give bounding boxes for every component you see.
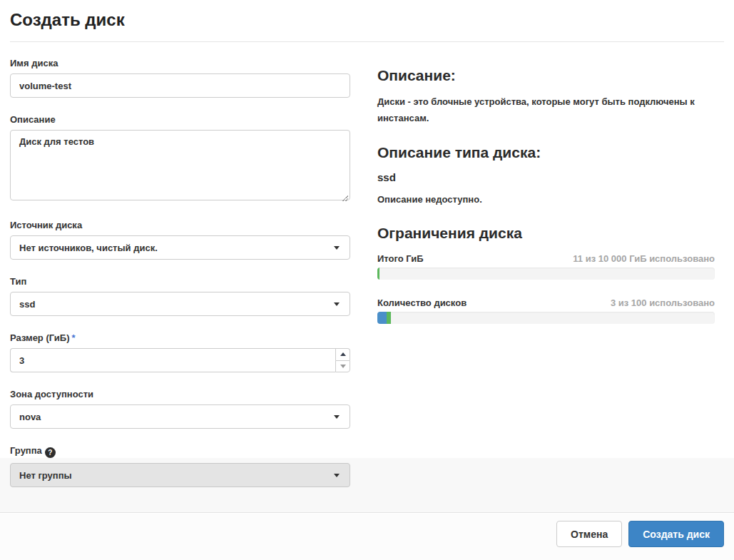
size-spinner	[335, 348, 350, 372]
quota-volumes-progress	[377, 312, 715, 324]
volume-source-select[interactable]: Нет источников, чистый диск.	[10, 235, 350, 260]
chevron-down-icon	[334, 302, 340, 306]
volume-az-label: Зона доступности	[10, 389, 350, 399]
volume-size-group: Размер (ГиБ)*	[10, 332, 350, 372]
chevron-down-icon	[334, 246, 340, 250]
volume-name-label: Имя диска	[10, 58, 350, 68]
volume-group-label: Группа?	[10, 445, 350, 458]
volume-group-value: Нет группы	[19, 470, 72, 481]
quota-gb-progress	[377, 268, 715, 280]
dialog-header: Создать диск	[0, 0, 734, 42]
quota-gb-usage: 11 из 10 000 ГиБ использовано	[573, 253, 715, 264]
help-panel: Описание: Диски - это блочные устройства…	[377, 58, 715, 504]
dialog-title: Создать диск	[10, 10, 724, 30]
quota-gb-added-bar	[377, 268, 379, 280]
help-type-description: Описание недоступно.	[377, 192, 715, 208]
help-description-text: Диски - это блочные устройства, которые …	[377, 94, 715, 127]
quota-gb-label: Итого ГиБ	[377, 253, 424, 264]
arrow-up-icon	[340, 352, 346, 356]
quota-volumes-existing-bar	[377, 312, 387, 324]
spinner-up-button[interactable]	[335, 348, 350, 360]
dialog-footer: Отмена Создать диск	[0, 514, 734, 560]
help-type-heading: Описание типа диска:	[377, 144, 715, 161]
volume-form: Имя диска Описание Диск для тестов Источ…	[10, 58, 350, 504]
submit-button[interactable]: Создать диск	[628, 521, 724, 547]
volume-source-group: Источник диска Нет источников, чистый ди…	[10, 220, 350, 260]
quota-volumes-row: Количество дисков 3 из 100 использовано	[377, 297, 715, 308]
quota-volumes-usage: 3 из 100 использовано	[611, 297, 715, 308]
volume-name-input[interactable]	[10, 73, 350, 98]
volume-type-group: Тип ssd	[10, 276, 350, 316]
quota-gb-row: Итого ГиБ 11 из 10 000 ГиБ использовано	[377, 253, 715, 264]
volume-size-label: Размер (ГиБ)*	[10, 332, 350, 343]
volume-group-group: Группа? Нет группы	[10, 445, 350, 487]
volume-az-group: Зона доступности nova	[10, 389, 350, 429]
volume-description-label: Описание	[10, 114, 350, 125]
volume-az-select[interactable]: nova	[10, 404, 350, 429]
volume-description-textarea[interactable]: Диск для тестов	[10, 130, 350, 200]
volume-type-value: ssd	[19, 299, 35, 310]
spinner-down-button[interactable]	[335, 360, 350, 373]
volume-source-value: Нет источников, чистый диск.	[19, 243, 158, 253]
create-volume-dialog: Создать диск Имя диска Описание Диск для…	[0, 0, 734, 560]
required-asterisk: *	[71, 332, 75, 343]
volume-description-group: Описание Диск для тестов	[10, 114, 350, 203]
volume-size-input[interactable]	[10, 348, 335, 372]
quota-volumes-added-bar	[387, 312, 391, 324]
limits-heading: Ограничения диска	[377, 225, 715, 242]
chevron-down-icon	[334, 474, 340, 477]
help-question-icon[interactable]: ?	[45, 447, 56, 458]
volume-source-label: Источник диска	[10, 220, 350, 230]
volume-type-select[interactable]: ssd	[10, 292, 350, 316]
volume-az-value: nova	[19, 412, 41, 422]
volume-type-label: Тип	[10, 276, 350, 287]
help-description-heading: Описание:	[377, 67, 715, 84]
quota-volumes-label: Количество дисков	[377, 297, 467, 308]
arrow-down-icon	[340, 365, 346, 368]
volume-name-group: Имя диска	[10, 58, 350, 98]
cancel-button[interactable]: Отмена	[556, 521, 622, 547]
volume-group-select: Нет группы	[10, 463, 350, 487]
chevron-down-icon	[334, 415, 340, 419]
help-type-name: ssd	[377, 171, 715, 183]
